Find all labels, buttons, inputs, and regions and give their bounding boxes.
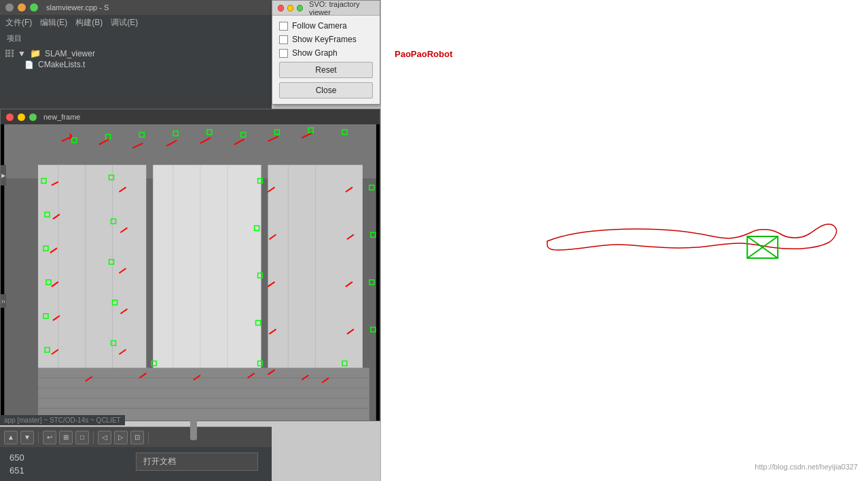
show-graph-row: Show Graph	[279, 48, 373, 58]
toolbar-row: ▲ ▼ ↩ ⊞ □ ◁ ▷ ⊡	[0, 427, 272, 447]
newframe-title: new_frame	[43, 113, 80, 121]
ide-traffic-orange[interactable]	[18, 3, 26, 12]
window-center	[153, 165, 261, 382]
left-indicator: ▶	[1, 165, 6, 185]
grid-icon	[5, 50, 14, 58]
tb-undo[interactable]: ↩	[43, 431, 56, 444]
trajectory-svg	[381, 0, 868, 481]
svo-titlebar: SVO: trajactory viewer	[272, 1, 380, 16]
trajectory-area: PaoPaoRobot	[380, 0, 868, 481]
menu-edit[interactable]: 编辑(E)	[40, 17, 67, 29]
newframe-canvas: ▶ n	[1, 124, 380, 421]
ide-title: slamviewer.cpp - S	[46, 3, 109, 12]
ide-tree: ▼ 📁 SLAM_viewer 📄 CMakeLists.t	[0, 46, 272, 71]
file-icon: 📄	[24, 60, 34, 69]
ide-titlebar: slamviewer.cpp - S	[0, 0, 272, 15]
bottom-bar: ▲ ▼ ↩ ⊞ □ ◁ ▷ ⊡ 650 651 打开文档	[0, 427, 272, 481]
svo-window: SVO: trajactory viewer Follow Camera Sho…	[272, 0, 380, 105]
tree-file-label: CMakeLists.t	[38, 60, 85, 69]
open-file-button[interactable]: 打开文档	[136, 452, 258, 471]
show-keyframes-label: Show KeyFrames	[292, 35, 357, 44]
tb-prev[interactable]: ◁	[98, 431, 111, 444]
horizontal-scrollbar[interactable]	[190, 417, 197, 440]
tb-up[interactable]: ▲	[4, 431, 18, 444]
show-graph-checkbox[interactable]	[279, 49, 288, 58]
menu-build[interactable]: 构建(B)	[75, 17, 103, 29]
folder-icon: 📁	[30, 48, 41, 58]
newframe-titlebar: new_frame	[1, 109, 380, 124]
nf-traffic-green[interactable]	[29, 113, 37, 121]
svo-traffic-yellow[interactable]	[287, 5, 293, 12]
show-keyframes-row: Show KeyFrames	[279, 35, 373, 44]
ide-background: slamviewer.cpp - S 文件(F) 编辑(E) 构建(B) 调试(…	[0, 0, 272, 112]
ide-traffic-gray[interactable]	[5, 3, 14, 12]
ide-bottom-label: app [master] ~ STC/OD-14s ~ QCLIET	[0, 415, 125, 425]
menu-debug[interactable]: 调试(E)	[111, 17, 138, 29]
svo-body: Follow Camera Show KeyFrames Show Graph …	[272, 16, 380, 104]
left-indicator2: n	[1, 294, 6, 308]
tree-file[interactable]: 📄 CMakeLists.t	[5, 59, 266, 70]
follow-camera-checkbox[interactable]	[279, 22, 288, 31]
separator2	[93, 431, 94, 444]
tree-root-label: SLAM_viewer	[45, 49, 95, 58]
tb-next[interactable]: ▷	[114, 431, 128, 444]
tb-grid[interactable]: ⊞	[59, 431, 73, 444]
tb-save[interactable]: ⊡	[130, 431, 144, 444]
tb-box[interactable]: □	[75, 431, 89, 444]
separator3	[148, 431, 149, 444]
trajectory-path	[547, 224, 837, 250]
follow-camera-row: Follow Camera	[279, 21, 373, 31]
separator1	[38, 431, 39, 444]
nf-traffic-yellow[interactable]	[18, 113, 25, 121]
camera-svg	[1, 124, 380, 421]
follow-camera-label: Follow Camera	[292, 21, 347, 31]
tree-root[interactable]: ▼ 📁 SLAM_viewer	[5, 48, 266, 59]
ide-menubar: 文件(F) 编辑(E) 构建(B) 调试(E)	[0, 15, 272, 31]
svo-traffic-green[interactable]	[297, 5, 303, 12]
show-keyframes-checkbox[interactable]	[279, 35, 288, 44]
tb-down[interactable]: ▼	[20, 431, 34, 444]
show-graph-label: Show Graph	[292, 48, 338, 58]
close-button[interactable]: Close	[279, 82, 373, 99]
menu-file[interactable]: 文件(F)	[5, 17, 32, 29]
ide-traffic-green[interactable]	[30, 3, 38, 12]
newframe-window: new_frame	[0, 109, 380, 421]
watermark: http://blog.csdn.net/heyijia0327	[755, 463, 858, 471]
svo-traffic-red[interactable]	[278, 5, 284, 12]
brick-wall	[38, 368, 369, 421]
tree-arrow: ▼	[18, 49, 26, 58]
nf-traffic-red[interactable]	[6, 113, 14, 121]
window-left	[38, 165, 146, 382]
svo-title: SVO: trajactory viewer	[309, 0, 374, 16]
project-label: 项目	[0, 31, 272, 46]
reset-button[interactable]: Reset	[279, 62, 373, 78]
